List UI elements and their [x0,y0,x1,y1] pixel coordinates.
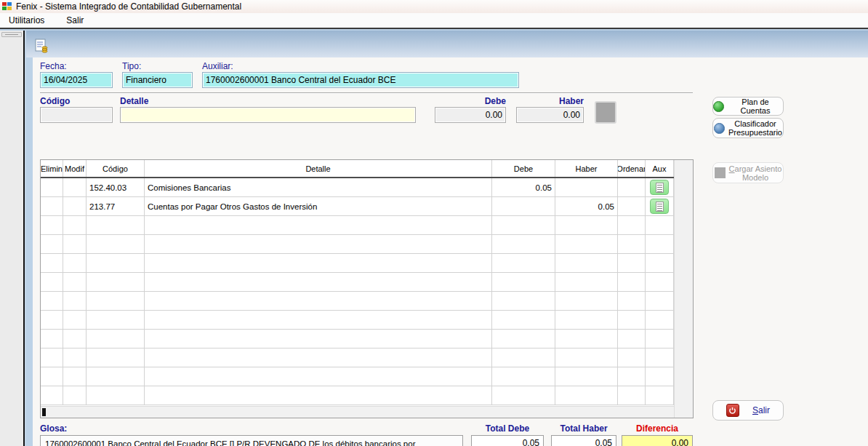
plan-de-cuentas-label: Plan de Cuentas [728,97,783,115]
application-window: Fenix - Sistema Integrado de Contabilida… [0,0,868,446]
empty-cell [63,254,87,272]
clasificador-presupuestario-button[interactable]: ClasificadorPresupuestario [712,118,784,138]
cell-haber [555,178,618,196]
empty-cell [646,367,674,386]
salir-button[interactable]: Salir [712,400,784,421]
salir-label: Salir [752,406,770,415]
cargar-asiento-modelo-button[interactable]: Cargar AsientoModelo [712,162,784,183]
empty-cell [618,330,646,348]
table-horizontal-scrollbar[interactable] [41,406,674,418]
journal-entry-icon[interactable] [33,38,49,54]
empty-cell [492,311,555,329]
cell-detalle: Comisiones Bancarias [145,178,492,196]
table-row[interactable]: 152.40.03 Comisiones Bancarias 0.05 [41,178,674,197]
menu-utilitarios[interactable]: Utilitarios [6,14,47,27]
table-empty-row[interactable] [41,311,674,330]
empty-cell [555,367,618,386]
clasificador-label: ClasificadorPresupuestario [728,119,782,137]
empty-cell [63,367,87,386]
diferencia-field: 0.00 [622,435,693,446]
aux-detail-button[interactable] [650,180,669,195]
power-icon [726,404,739,417]
empty-cell [646,349,674,367]
plan-de-cuentas-button[interactable]: Plan de Cuentas [712,97,784,116]
cell-elimin[interactable] [41,197,63,215]
table-row[interactable]: 213.77 Cuentas por Pagar Otros Gastos de… [41,197,674,216]
cell-modif[interactable] [63,197,87,215]
col-header-haber[interactable]: Haber [555,160,618,177]
table-empty-row[interactable] [41,254,674,273]
empty-cell [555,349,618,367]
panel-grip[interactable] [1,32,22,37]
hscroll-thumb[interactable] [42,408,46,416]
cell-modif[interactable] [63,178,87,196]
empty-cell [618,216,646,234]
table-empty-row[interactable] [41,367,674,386]
aux-detail-button[interactable] [650,199,669,214]
table-empty-row[interactable] [41,216,674,235]
empty-cell [492,235,555,253]
empty-cell [145,292,492,310]
empty-cell [555,216,618,234]
col-header-codigo[interactable]: Código [87,160,145,177]
haber-label: Haber [534,96,584,106]
empty-cell [492,292,555,310]
empty-cell [492,349,555,367]
cell-codigo: 213.77 [87,197,145,215]
empty-cell [555,292,618,310]
empty-cell [145,254,492,272]
tipo-field[interactable]: Financiero [122,72,193,88]
cargar-asiento-label: Cargar AsientoModelo [729,164,782,182]
empty-cell [555,235,618,253]
table-empty-row[interactable] [41,330,674,349]
table-empty-row[interactable] [41,235,674,254]
empty-cell [145,311,492,329]
auxiliar-field[interactable]: 1760002600001 Banco Central del Ecuador … [202,72,519,88]
empty-cell [63,216,87,234]
cell-ordenar[interactable] [618,197,646,215]
empty-cell [87,235,145,253]
col-header-aux[interactable]: Aux [646,160,674,177]
col-header-detalle[interactable]: Detalle [145,160,492,177]
debe-label: Debe [458,96,506,106]
table-empty-row[interactable] [41,349,674,367]
table-header-row: Elimin Modif Código Detalle Debe Haber O… [41,160,674,178]
table-vertical-scrollbar[interactable] [674,160,693,418]
table-empty-row[interactable] [41,292,674,311]
haber-entry-field[interactable]: 0.00 [516,107,584,123]
empty-cell [87,273,145,291]
empty-cell [145,273,492,291]
cell-elimin[interactable] [41,178,63,196]
col-header-ordenar[interactable]: Ordenar [618,160,646,177]
empty-cell [555,273,618,291]
main-area: Fecha: Tipo: Auxiliar: 16/04/2025 Financ… [0,31,868,446]
empty-cell [618,235,646,253]
debe-entry-field[interactable]: 0.00 [435,107,506,123]
empty-cell [492,330,555,348]
empty-cell [646,292,674,310]
col-header-modif[interactable]: Modif [63,160,87,177]
window-title: Fenix - Sistema Integrado de Contabilida… [16,1,241,12]
cell-ordenar[interactable] [618,178,646,196]
empty-cell [63,330,87,348]
glosa-textarea[interactable]: 1760002600001 Banco Central del Ecuador … [40,435,463,446]
codigo-entry-field[interactable] [40,107,113,123]
empty-cell [41,349,63,367]
empty-cell [41,235,63,253]
fecha-field[interactable]: 16/04/2025 [40,72,113,88]
col-header-debe[interactable]: Debe [492,160,555,177]
empty-cell [618,349,646,367]
empty-cell [492,216,555,234]
entries-table: Elimin Modif Código Detalle Debe Haber O… [40,159,694,418]
detalle-entry-field[interactable] [120,107,416,123]
add-entry-button[interactable] [595,101,616,124]
left-panel-strip [0,31,25,446]
table-empty-row[interactable] [41,273,674,292]
col-header-elimin[interactable]: Elimin [41,160,63,177]
empty-cell [618,367,646,386]
empty-cell [492,367,555,386]
separator [40,92,693,94]
table-empty-row[interactable] [41,386,674,405]
menu-salir[interactable]: Salir [63,14,87,27]
empty-cell [646,386,674,405]
